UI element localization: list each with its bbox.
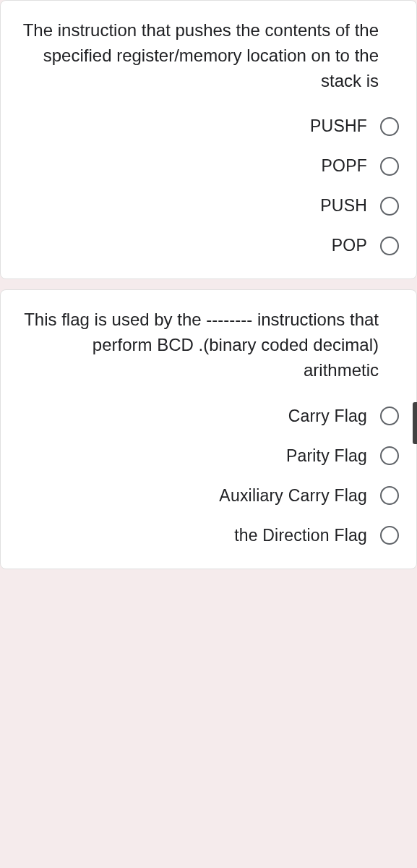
radio-icon[interactable] bbox=[380, 526, 399, 545]
question-text: This flag is used by the -------- instru… bbox=[18, 307, 399, 383]
options-list: PUSHF POPF PUSH POP bbox=[18, 116, 399, 255]
option-row[interactable]: PUSHF bbox=[18, 116, 399, 136]
option-label: Parity Flag bbox=[286, 446, 367, 466]
question-card: The instruction that pushes the contents… bbox=[0, 0, 417, 279]
option-label: PUSHF bbox=[310, 116, 367, 136]
option-label: Carry Flag bbox=[288, 407, 367, 426]
option-row[interactable]: POP bbox=[18, 236, 399, 255]
option-label: POP bbox=[332, 236, 367, 255]
option-label: PUSH bbox=[320, 196, 367, 216]
radio-icon[interactable] bbox=[380, 197, 399, 216]
scrollbar-thumb[interactable] bbox=[413, 402, 417, 444]
question-card: This flag is used by the -------- instru… bbox=[0, 289, 417, 569]
question-text: The instruction that pushes the contents… bbox=[18, 18, 399, 93]
option-row[interactable]: Carry Flag bbox=[18, 407, 399, 426]
radio-icon[interactable] bbox=[380, 486, 399, 505]
option-row[interactable]: PUSH bbox=[18, 196, 399, 216]
radio-icon[interactable] bbox=[380, 407, 399, 425]
option-row[interactable]: Auxiliary Carry Flag bbox=[18, 486, 399, 506]
option-label: Auxiliary Carry Flag bbox=[219, 486, 367, 506]
options-list: Carry Flag Parity Flag Auxiliary Carry F… bbox=[18, 407, 399, 545]
option-row[interactable]: Parity Flag bbox=[18, 446, 399, 466]
option-label: the Direction Flag bbox=[234, 526, 367, 545]
radio-icon[interactable] bbox=[380, 117, 399, 136]
option-label: POPF bbox=[322, 156, 367, 176]
radio-icon[interactable] bbox=[380, 157, 399, 176]
radio-icon[interactable] bbox=[380, 446, 399, 465]
option-row[interactable]: POPF bbox=[18, 156, 399, 176]
option-row[interactable]: the Direction Flag bbox=[18, 526, 399, 545]
radio-icon[interactable] bbox=[380, 237, 399, 255]
